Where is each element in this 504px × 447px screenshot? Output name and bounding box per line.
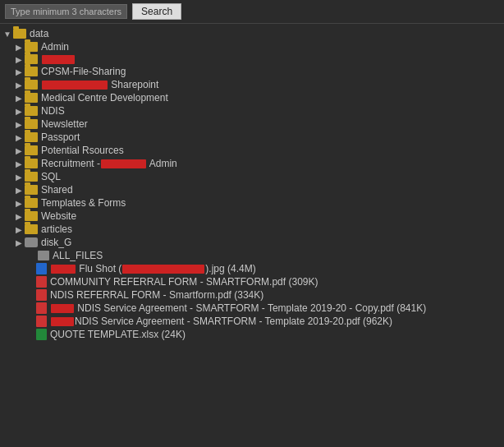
arrow-icon: ▼ — [2, 30, 13, 39]
redacted-text — [42, 55, 75, 64]
arrow-icon: ▶ — [13, 67, 25, 76]
folder-icon — [25, 185, 38, 195]
list-item[interactable]: NDIS Service Agreement - SMARTFORM - Tem… — [0, 315, 504, 328]
item-label: CPSM-File-Sharing — [41, 66, 126, 77]
item-label: Admin — [41, 41, 69, 53]
arrow-icon: ▶ — [13, 107, 25, 116]
arrow-icon: ▶ — [13, 186, 25, 195]
toolbar: Type minimum 3 characters Search — [0, 0, 504, 24]
item-label: Medical Centre Development — [41, 92, 168, 104]
arrow-icon: ▶ — [13, 159, 25, 168]
item-label: Flu Shot ( — [76, 263, 121, 274]
item-label: SQL — [41, 171, 61, 182]
list-item[interactable]: NDIS Service Agreement - SMARTFORM - Tem… — [0, 302, 504, 315]
arrow-icon: ▶ — [13, 120, 25, 129]
list-item[interactable]: ▶ Medical Centre Development — [0, 91, 504, 104]
folder-icon — [25, 159, 38, 168]
list-item[interactable]: ▶ Sharepoint — [0, 78, 504, 91]
redacted-text — [51, 304, 74, 313]
list-item[interactable]: ▶ Templates & Forms — [0, 196, 504, 210]
folder-icon — [25, 145, 38, 155]
arrow-icon: ▶ — [13, 133, 25, 142]
folder-icon — [25, 80, 38, 90]
list-item[interactable]: QUOTE TEMPLATE.xlsx (24K) — [0, 328, 504, 341]
arrow-icon: ▶ — [13, 173, 25, 182]
pdf-file-icon — [36, 302, 47, 314]
list-item[interactable]: ▶ Passport — [0, 131, 504, 144]
list-item[interactable]: ▶ SQL — [0, 170, 504, 183]
item-label: articles — [41, 224, 72, 235]
folder-icon — [25, 119, 38, 129]
list-item[interactable]: ▶ articles — [0, 223, 504, 236]
folder-icon — [25, 67, 38, 76]
pdf-file-icon — [36, 276, 47, 288]
folder-icon — [25, 224, 38, 234]
redacted-text — [51, 265, 76, 274]
redacted-text — [122, 265, 204, 274]
list-item[interactable]: ▶ Shared — [0, 183, 504, 196]
arrow-icon: ▶ — [13, 212, 25, 221]
all-files-icon — [38, 251, 49, 260]
item-label: NDIS REFERRAL FORM - Smartform.pdf (334K… — [50, 289, 263, 301]
list-item[interactable]: ▶ NDIS — [0, 104, 504, 118]
item-label: NDIS — [41, 105, 65, 117]
folder-icon — [25, 211, 38, 221]
folder-icon — [25, 93, 38, 103]
folder-icon — [13, 29, 26, 39]
redacted-text — [51, 317, 74, 326]
item-label: disk_G — [41, 237, 71, 248]
folder-icon — [25, 106, 38, 116]
list-item[interactable]: ▶ Potential Rsources — [0, 144, 504, 157]
item-label: NDIS Service Agreement - SMARTFORM - Tem… — [75, 302, 426, 314]
hint-label: Type minimum 3 characters — [5, 4, 127, 19]
list-item[interactable]: Flu Shot ( ).jpg (4.4M) — [0, 262, 504, 275]
arrow-icon: ▶ — [13, 43, 25, 52]
all-files-item[interactable]: ALL_FILES — [0, 249, 504, 262]
folder-icon — [25, 172, 38, 182]
arrow-icon: ▶ — [13, 146, 25, 155]
list-item[interactable]: ▶ CPSM-File-Sharing — [0, 65, 504, 78]
root-label: data — [30, 28, 48, 39]
disk-g-item[interactable]: ▶ disk_G — [0, 236, 504, 249]
list-item[interactable]: ▶ Recruitment - Admin — [0, 157, 504, 170]
pdf-file-icon — [36, 289, 47, 301]
search-button[interactable]: Search — [132, 3, 181, 20]
item-label: Shared — [41, 184, 73, 196]
folder-icon — [25, 54, 38, 64]
item-label: COMMUNITY REFERRAL FORM - SMARTFORM.pdf … — [50, 276, 318, 288]
tree-container: ▼ data ▶ Admin ▶ ▶ CPSM-File-Sharing ▶ S… — [0, 24, 504, 445]
list-item[interactable]: ▶ Website — [0, 210, 504, 223]
folder-icon — [25, 132, 38, 142]
item-label: NDIS Service Agreement - SMARTFORM - Tem… — [75, 316, 392, 327]
item-label: Templates & Forms — [41, 197, 126, 209]
list-item[interactable]: COMMUNITY REFERRAL FORM - SMARTFORM.pdf … — [0, 275, 504, 288]
folder-icon — [25, 42, 38, 52]
arrow-icon: ▶ — [13, 238, 25, 247]
xlsx-file-icon — [36, 329, 47, 340]
arrow-icon: ▶ — [13, 81, 25, 90]
tree-root[interactable]: ▼ data — [0, 27, 504, 40]
item-label: Passport — [41, 131, 80, 143]
folder-icon — [25, 198, 38, 208]
list-item[interactable]: ▶ Admin — [0, 40, 504, 53]
redacted-text — [101, 159, 146, 168]
redacted-text — [42, 81, 108, 90]
list-item[interactable]: ▶ — [0, 53, 504, 65]
item-label: ).jpg (4.4M) — [205, 263, 255, 274]
item-label: QUOTE TEMPLATE.xlsx (24K) — [50, 329, 186, 340]
list-item[interactable]: ▶ Newsletter — [0, 118, 504, 131]
arrow-icon: ▶ — [13, 94, 25, 103]
disk-icon — [25, 237, 38, 247]
arrow-icon: ▶ — [13, 225, 25, 234]
arrow-icon: ▶ — [13, 199, 25, 208]
image-file-icon — [36, 263, 47, 274]
item-label: ALL_FILES — [53, 250, 103, 261]
item-label: Recruitment - — [41, 158, 100, 169]
item-label: Sharepoint — [108, 79, 158, 90]
list-item[interactable]: NDIS REFERRAL FORM - Smartform.pdf (334K… — [0, 288, 504, 302]
arrow-icon: ▶ — [13, 55, 25, 64]
item-label: Website — [41, 210, 76, 222]
item-label: Admin — [147, 158, 177, 169]
item-label: Newsletter — [41, 118, 88, 130]
item-label: Potential Rsources — [41, 145, 124, 156]
